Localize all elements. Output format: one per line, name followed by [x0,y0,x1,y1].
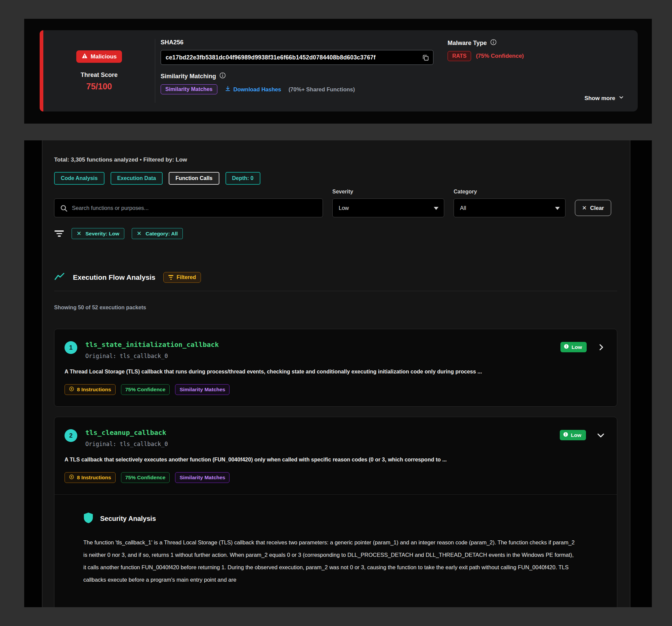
threat-summary-card: Malicious Threat Score 75/100 SHA256 ce1… [40,30,638,111]
packet-badges: 8 Instructions 75% Confidence Similarity… [65,472,605,483]
similarity-matches-badge: Similarity Matches [175,472,230,483]
original-function-name: Original: tls_callback_0 [85,441,168,447]
analysis-tabs: Code Analysis Execution Data Function Ca… [54,172,617,185]
packet-card-1[interactable]: 1 tls_state_initialization_callback Orig… [54,329,617,407]
verdict-label: Malicious [91,53,117,60]
original-function-name: Original: tls_callback_0 [85,353,219,359]
instructions-badge: 8 Instructions [65,384,116,395]
function-search-box[interactable] [54,199,323,217]
function-name: tls_cleanup_callback [85,428,168,436]
threat-score-column: Malicious Threat Score 75/100 [43,30,155,111]
severity-label: Severity [332,189,444,195]
packet-card-2[interactable]: 2 tls_cleanup_callback Original: tls_cal… [54,417,617,607]
collapse-chevron-down-icon[interactable] [596,430,605,440]
hash-column: SHA256 ce17bd22e3fb5381dc04f96989d9938f3… [155,30,448,111]
packet-index-badge: 2 [65,429,77,442]
dropdown-caret-icon [434,207,438,210]
severity-select[interactable]: Low [332,199,444,217]
category-select[interactable]: All [454,199,566,217]
function-name: tls_state_initialization_callback [85,341,219,349]
remove-icon[interactable]: ✕ [77,230,81,237]
category-label: Category [454,189,566,195]
malware-type-label: Malware Type [448,40,487,47]
malware-type-badge: RATS [448,51,471,61]
confidence-badge: 75% Confidence [121,472,170,483]
trend-line-icon [54,272,65,282]
instructions-icon [69,386,74,393]
chip-severity-low[interactable]: ✕ Severity: Low [72,228,124,239]
filter-icon [54,230,64,237]
security-analysis-section: Security Analysis The function 'tls_call… [54,494,617,599]
show-more-button[interactable]: Show more [584,94,624,102]
packet-description: A Thread Local Storage (TLS) callback th… [65,369,605,375]
search-icon [60,204,68,214]
packet-header: 2 tls_cleanup_callback Original: tls_cal… [65,428,605,447]
packet-description: A TLS callback that selectively executes… [65,457,605,463]
function-analysis-content: Total: 3,305 functions analyzed • Filter… [42,141,630,607]
sha256-label: SHA256 [161,39,448,46]
close-icon: ✕ [582,204,587,211]
severity-low-badge: Low [560,342,587,352]
info-icon [563,432,568,438]
packet-badges: 8 Instructions 75% Confidence Similarity… [65,384,605,395]
info-icon [564,344,569,350]
info-icon[interactable] [490,39,497,47]
instructions-icon [69,474,74,481]
showing-count-text: Showing 50 of 52 execution packets [54,305,617,311]
similarity-matching-label: Similarity Matching [161,73,216,80]
malware-type-column: Malware Type RATS (75% Confidence) Show … [448,30,638,111]
dropdown-caret-icon [555,207,560,210]
security-analysis-body: The function 'tls_callback_1' is a Threa… [83,536,577,586]
similarity-matches-badge[interactable]: Similarity Matches [161,84,217,94]
section-title: Execution Flow Analysis [73,273,155,281]
sha256-value: ce17bd22e3fb5381dc04f96989d9938f31e6f66b… [166,54,376,61]
instructions-badge: 8 Instructions [65,472,116,483]
severity-low-badge: Low [560,430,586,440]
similarity-matches-badge: Similarity Matches [175,384,230,395]
remove-icon[interactable]: ✕ [137,230,141,237]
threat-score-label: Threat Score [81,72,118,79]
warning-icon [82,53,88,60]
download-hashes-link[interactable]: Download Hashes [225,85,281,93]
funnel-icon [168,275,173,280]
clear-filters-button[interactable]: ✕ Clear [575,200,611,216]
confidence-badge: 75% Confidence [121,384,170,395]
functions-summary-text: Total: 3,305 functions analyzed • Filter… [54,156,617,163]
active-filter-chips: ✕ Severity: Low ✕ Category: All [54,228,617,239]
sha256-value-box[interactable]: ce17bd22e3fb5381dc04f96989d9938f31e6f66b… [161,50,433,65]
chip-category-all[interactable]: ✕ Category: All [132,228,183,239]
info-icon[interactable] [219,72,226,80]
verdict-badge: Malicious [76,50,122,63]
packet-index-badge: 1 [65,341,77,354]
download-icon [225,85,231,93]
section-divider [54,291,617,291]
function-analysis-panel: Total: 3,305 functions analyzed • Filter… [24,141,652,607]
search-input[interactable] [72,205,307,211]
malware-type-confidence: (75% Confidence) [476,53,524,59]
threat-severity-strip [40,30,43,111]
threat-summary-panel: Malicious Threat Score 75/100 SHA256 ce1… [24,19,652,124]
security-analysis-title: Security Analysis [100,515,156,523]
tab-function-calls[interactable]: Function Calls [169,172,219,185]
shield-icon [83,512,93,525]
tab-execution-data[interactable]: Execution Data [111,172,163,185]
tab-code-analysis[interactable]: Code Analysis [54,172,104,185]
tab-depth[interactable]: Depth: 0 [225,172,260,185]
filtered-badge: Filtered [163,272,201,283]
threat-score-value: 75/100 [86,82,112,91]
chevron-down-icon [618,94,624,102]
packet-header: 1 tls_state_initialization_callback Orig… [65,340,605,359]
execution-flow-header: Execution Flow Analysis Filtered [54,272,617,283]
shared-functions-note: (70%+ Shared Functions) [289,86,355,93]
expand-chevron-right-icon[interactable] [597,343,605,352]
filters-row: Severity Low Category All ✕ Clear [54,189,617,217]
copy-icon[interactable] [422,54,429,61]
